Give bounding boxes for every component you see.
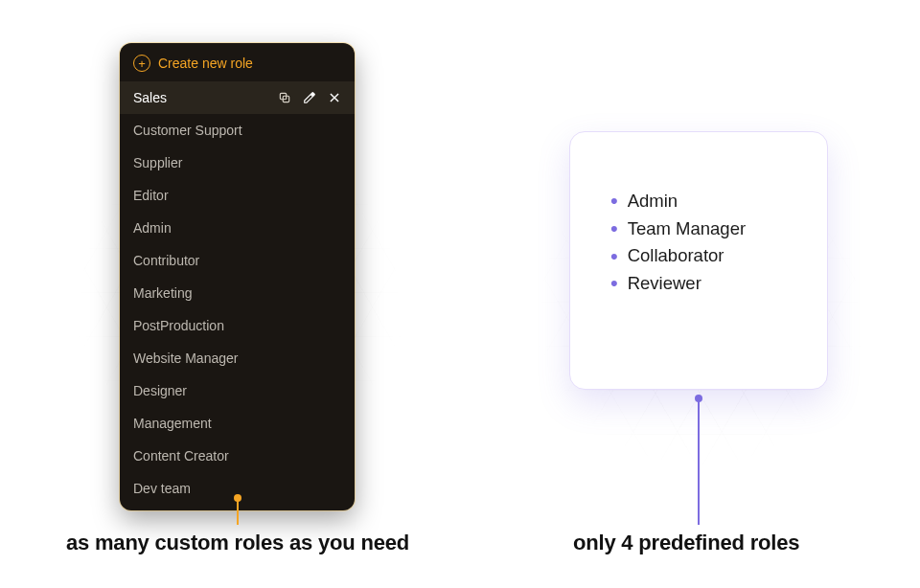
role-item-label: Dev team: [133, 481, 191, 496]
role-item-actions: [278, 91, 341, 104]
copy-icon[interactable]: [278, 91, 291, 104]
role-item[interactable]: Website Manager: [120, 342, 355, 374]
role-item[interactable]: Admin: [120, 212, 355, 244]
role-item-label: Customer Support: [133, 123, 242, 138]
role-item-label: Designer: [133, 383, 187, 398]
role-item[interactable]: Contributor: [120, 244, 355, 277]
predefined-role-item: Admin: [610, 188, 793, 215]
role-item-label: Contributor: [133, 253, 199, 268]
role-item-label: Content Creator: [133, 448, 229, 464]
role-item-label: Editor: [133, 188, 169, 203]
role-item[interactable]: Content Creator: [120, 440, 355, 472]
role-item[interactable]: Editor: [120, 179, 355, 212]
close-icon[interactable]: [328, 91, 341, 104]
connector-line-left: [237, 498, 239, 525]
predefined-role-label: Collaborator: [628, 242, 724, 270]
role-item-label: Sales: [133, 90, 167, 105]
predefined-role-label: Team Manager: [628, 215, 746, 243]
role-item[interactable]: PostProduction: [120, 309, 355, 342]
predefined-roles-card: AdminTeam ManagerCollaboratorReviewer: [569, 131, 828, 390]
roles-list: SalesCustomer SupportSupplierEditorAdmin…: [120, 81, 355, 505]
predefined-role-item: Reviewer: [610, 270, 793, 298]
role-item-label: Admin: [133, 220, 172, 236]
predefined-role-label: Admin: [628, 188, 678, 215]
custom-roles-panel: + Create new role SalesCustomer SupportS…: [120, 43, 355, 510]
role-item-label: PostProduction: [133, 318, 224, 333]
role-item[interactable]: Designer: [120, 374, 355, 407]
predefined-role-label: Reviewer: [628, 270, 702, 298]
role-item-label: Management: [133, 416, 212, 431]
connector-line-right: [698, 398, 700, 525]
predefined-role-item: Team Manager: [610, 215, 793, 243]
edit-icon[interactable]: [303, 91, 316, 104]
role-item-label: Supplier: [133, 155, 182, 170]
role-item[interactable]: Customer Support: [120, 114, 355, 147]
caption-right: only 4 predefined roles: [573, 531, 799, 555]
create-new-role-label: Create new role: [158, 56, 253, 71]
create-new-role-button[interactable]: + Create new role: [120, 43, 355, 81]
role-item[interactable]: Sales: [120, 81, 355, 114]
predefined-roles-list: AdminTeam ManagerCollaboratorReviewer: [610, 188, 793, 298]
role-item[interactable]: Marketing: [120, 277, 355, 309]
caption-left: as many custom roles as you need: [66, 531, 409, 555]
role-item-label: Website Manager: [133, 351, 238, 366]
role-item-label: Marketing: [133, 285, 192, 301]
role-item[interactable]: Management: [120, 407, 355, 440]
plus-circle-icon: +: [133, 55, 150, 72]
predefined-role-item: Collaborator: [610, 242, 793, 270]
role-item[interactable]: Supplier: [120, 147, 355, 179]
